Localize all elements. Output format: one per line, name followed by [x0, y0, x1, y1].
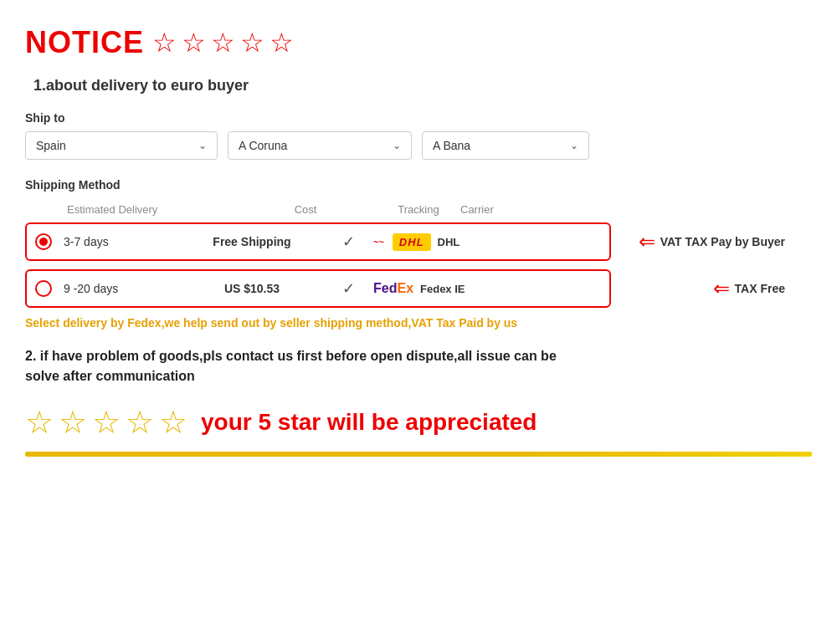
table-header-row: Estimated Delivery Cost Tracking Carrier	[25, 200, 812, 219]
shipping-rows-container: 3-7 days Free Shipping ✓ ~~ DHL DHL ⇐ VA…	[25, 222, 611, 308]
fedex-annotation: ⇐ TAX Free	[713, 277, 785, 300]
dhl-radio[interactable]	[35, 233, 52, 250]
bottom-stars-row: ☆ ☆ ☆ ☆ ☆ your 5 star will be appreciate…	[25, 406, 812, 438]
country-dropdown[interactable]: Spain ⌄	[25, 131, 218, 160]
fedex-delivery-days: 9 -20 days	[64, 282, 181, 295]
dhl-check-icon: ✓	[323, 233, 373, 251]
country-chevron-icon: ⌄	[198, 140, 207, 151]
dhl-delivery-days: 3-7 days	[64, 235, 181, 248]
city-value: A Bana	[433, 139, 470, 152]
country-value: Spain	[36, 139, 66, 152]
fedex-annotation-text: TAX Free	[735, 282, 785, 295]
fedex-cost: US $10.53	[181, 282, 323, 295]
dhl-annotation-text: VAT TAX Pay by Buyer	[660, 235, 785, 248]
gold-star-5: ☆	[159, 406, 187, 438]
dhl-shipping-row[interactable]: 3-7 days Free Shipping ✓ ~~ DHL DHL ⇐ VA…	[25, 222, 611, 261]
notice-title: NOTICE	[25, 25, 144, 60]
fedex-logo: FedEx	[373, 281, 413, 296]
shipping-method-label: Shipping Method	[25, 178, 812, 192]
gold-star-2: ☆	[59, 406, 87, 438]
notice-star-1: ☆	[152, 29, 177, 56]
notice-star-4: ☆	[240, 29, 264, 56]
region-dropdown[interactable]: A Coruna ⌄	[228, 131, 412, 160]
gold-star-4: ☆	[126, 406, 154, 438]
section1-heading: 1.about delivery to euro buyer	[33, 77, 812, 95]
fedex-radio[interactable]	[35, 280, 52, 297]
gold-star-1: ☆	[25, 406, 54, 438]
appreciate-text: your 5 star will be appreciated	[201, 409, 537, 436]
fedex-note: Select delivery by Fedex,we help send ou…	[25, 316, 812, 330]
fedex-fe: Fed	[373, 281, 397, 296]
notice-header: NOTICE ☆ ☆ ☆ ☆ ☆	[25, 25, 812, 60]
fedex-ex: Ex	[397, 281, 413, 296]
header-tracking: Tracking	[377, 203, 460, 216]
dhl-wave-icon: ~~	[373, 237, 384, 247]
dhl-annotation: ⇐ VAT TAX Pay by Buyer	[639, 230, 785, 253]
header-delivery: Estimated Delivery	[67, 203, 234, 216]
fedex-carrier-cell: FedEx Fedex IE	[373, 281, 541, 296]
notice-star-5: ☆	[270, 29, 294, 56]
ship-to-label: Ship to	[25, 111, 812, 125]
notice-stars: ☆ ☆ ☆ ☆ ☆	[152, 29, 294, 56]
gold-star-3: ☆	[92, 406, 121, 438]
region-value: A Coruna	[239, 139, 287, 152]
dhl-cost: Free Shipping	[181, 235, 323, 248]
fedex-check-icon: ✓	[323, 279, 373, 298]
fedex-shipping-row[interactable]: 9 -20 days US $10.53 ✓ FedEx Fedex IE ⇐ …	[25, 269, 611, 308]
dhl-carrier-name: DHL	[438, 236, 460, 248]
header-cost: Cost	[234, 203, 377, 216]
city-dropdown[interactable]: A Bana ⌄	[422, 131, 589, 160]
dhl-carrier-cell: ~~ DHL DHL	[373, 233, 541, 251]
notice-star-2: ☆	[182, 29, 206, 56]
gold-stars: ☆ ☆ ☆ ☆ ☆	[25, 406, 187, 438]
dropdowns-row: Spain ⌄ A Coruna ⌄ A Bana ⌄	[25, 131, 812, 160]
dhl-arrow-icon: ⇐	[639, 230, 655, 253]
section2-text: 2. if have problem of goods,pls contact …	[25, 346, 812, 386]
fedex-arrow-icon: ⇐	[713, 277, 730, 300]
city-chevron-icon: ⌄	[570, 140, 578, 151]
region-chevron-icon: ⌄	[393, 140, 401, 151]
dhl-logo: DHL	[393, 233, 431, 251]
fedex-carrier-name: Fedex IE	[420, 283, 465, 295]
header-carrier: Carrier	[460, 203, 628, 216]
notice-star-3: ☆	[211, 29, 235, 56]
bottom-bar	[25, 452, 812, 457]
